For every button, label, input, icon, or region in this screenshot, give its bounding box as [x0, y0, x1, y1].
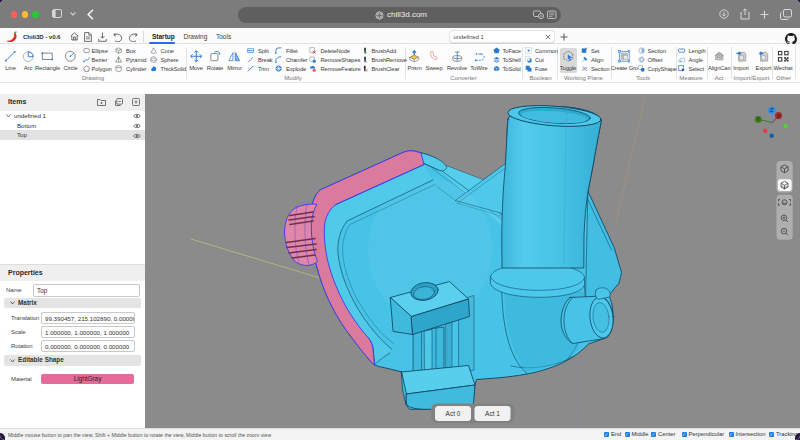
svg-text:X: X [777, 113, 781, 119]
svg-text:Y: Y [756, 116, 760, 122]
svg-text:Act 1: Act 1 [485, 410, 500, 417]
svg-text:Act 0: Act 0 [446, 410, 461, 417]
